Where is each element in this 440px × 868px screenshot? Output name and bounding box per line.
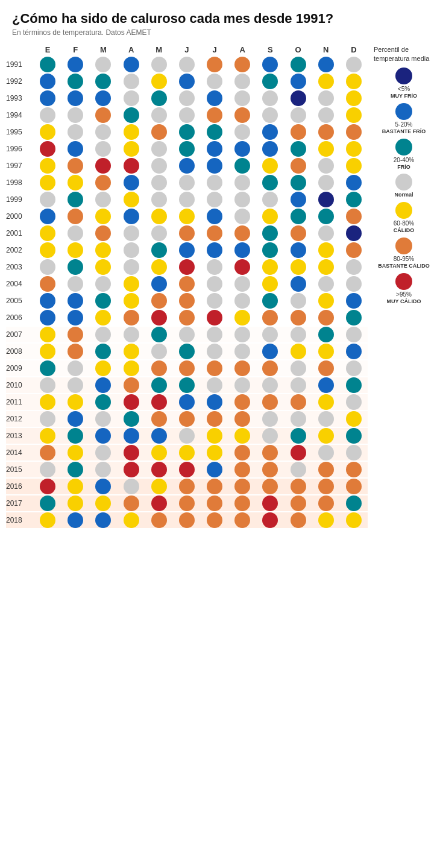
chart-area: EFMAMJJASOND 199119921993199419951996199… (0, 45, 440, 529)
dot-2002-J (207, 242, 222, 258)
dot-cell-2004-N (312, 276, 340, 292)
dot-cell-1994-A (228, 107, 256, 123)
dot-cell-1999-A (228, 192, 256, 207)
dot-2003-M (151, 259, 167, 275)
dot-cell-2006-J (173, 310, 201, 326)
dot-cell-2010-D (340, 377, 368, 393)
dot-2011-A (234, 394, 250, 410)
dot-cell-2001-J (173, 225, 201, 241)
dot-cell-2011-M (89, 394, 117, 410)
dot-1995-S (262, 124, 278, 140)
dot-cell-2017-A (228, 495, 256, 511)
dot-2016-J (179, 479, 195, 494)
legend-label: 5-20%BASTANTE FRÍO (382, 121, 426, 135)
dot-cell-2015-J (201, 462, 228, 477)
dot-1998-A (234, 175, 250, 190)
dot-2015-S (262, 462, 278, 477)
dot-2006-S (262, 310, 278, 326)
dot-cell-2014-S (256, 445, 284, 461)
dot-1993-A (234, 90, 250, 106)
dot-cell-2016-M (145, 479, 173, 494)
dot-2011-D (346, 394, 362, 410)
dot-2000-A (234, 209, 250, 224)
dot-1997-M (151, 158, 167, 174)
dot-cell-2018-J (173, 512, 201, 528)
dot-1995-A (124, 124, 139, 140)
dot-2002-N (318, 242, 334, 258)
dot-1997-D (346, 158, 362, 174)
dot-2002-F (68, 242, 83, 258)
dot-cell-1992-A (228, 74, 256, 89)
dot-cell-2010-S (256, 377, 284, 393)
dot-cell-1997-O (284, 158, 312, 174)
dot-cell-2005-A (228, 293, 256, 309)
dot-cell-2007-O (284, 327, 312, 342)
dot-2014-M (95, 445, 111, 461)
year-row-2015: 2015 (6, 462, 368, 477)
dot-1996-S (262, 141, 278, 157)
legend-label: 20-40%FRÍO (394, 157, 414, 171)
dot-cell-1995-J (201, 124, 228, 140)
dot-cell-1997-N (312, 158, 340, 174)
dot-cell-2012-S (256, 411, 284, 427)
dot-cell-2013-A (118, 428, 145, 444)
dot-2004-O (291, 276, 306, 292)
dot-cell-2004-A (118, 276, 145, 292)
year-label-2000: 2000 (6, 212, 34, 221)
dot-2008-D (346, 344, 362, 359)
dot-2000-E (40, 209, 55, 224)
dot-cell-2014-E (34, 445, 61, 461)
dot-cell-1996-S (256, 141, 284, 157)
dot-cell-1993-N (312, 90, 340, 106)
dot-cell-2001-S (256, 225, 284, 241)
dot-1999-J (207, 192, 222, 207)
dot-2005-O (291, 293, 306, 309)
dot-2011-M (95, 394, 111, 410)
dot-2002-A (234, 242, 250, 258)
dot-cell-2017-F (61, 495, 89, 511)
dot-cell-2012-M (89, 411, 117, 427)
dot-1994-M (95, 107, 111, 123)
dot-cell-2013-J (201, 428, 228, 444)
dot-cell-2011-F (61, 394, 89, 410)
dot-2008-O (291, 344, 306, 359)
dot-2010-N (318, 377, 334, 393)
dot-cell-2007-M (145, 327, 173, 342)
dot-cell-2004-M (89, 276, 117, 292)
dot-1999-F (68, 192, 83, 207)
dot-cell-1996-M (145, 141, 173, 157)
dot-cell-1997-A (228, 158, 256, 174)
dot-cell-1995-E (34, 124, 61, 140)
legend-dot (395, 174, 412, 190)
dot-cell-2014-F (61, 445, 89, 461)
dot-2007-S (262, 327, 278, 342)
dot-cell-1993-M (89, 90, 117, 106)
year-label-1991: 1991 (6, 60, 34, 69)
dot-2008-J (207, 344, 222, 359)
dot-2013-S (262, 428, 278, 444)
dot-2016-N (318, 479, 334, 494)
dot-cell-2013-D (340, 428, 368, 444)
dot-cell-1996-O (284, 141, 312, 157)
dot-2006-J (179, 310, 195, 326)
dot-cell-2016-N (312, 479, 340, 494)
dot-1994-E (40, 107, 55, 123)
dot-cell-1991-A (228, 57, 256, 72)
col-header-d: D (340, 45, 368, 54)
dot-cell-2015-A (118, 462, 145, 477)
dot-cell-1996-N (312, 141, 340, 157)
dot-cell-2013-S (256, 428, 284, 444)
dot-2017-S (262, 495, 278, 511)
dot-cell-2000-J (173, 209, 201, 224)
dot-1994-O (291, 107, 306, 123)
dot-1993-D (346, 90, 362, 106)
dot-2009-O (291, 360, 306, 376)
dot-1997-A (234, 158, 250, 174)
dot-cell-2001-N (312, 225, 340, 241)
dot-1995-N (318, 124, 334, 140)
dot-2014-O (291, 445, 306, 461)
dot-1997-J (207, 158, 222, 174)
dot-1991-A (124, 57, 139, 72)
dot-2007-J (207, 327, 222, 342)
dot-cell-2012-N (312, 411, 340, 427)
